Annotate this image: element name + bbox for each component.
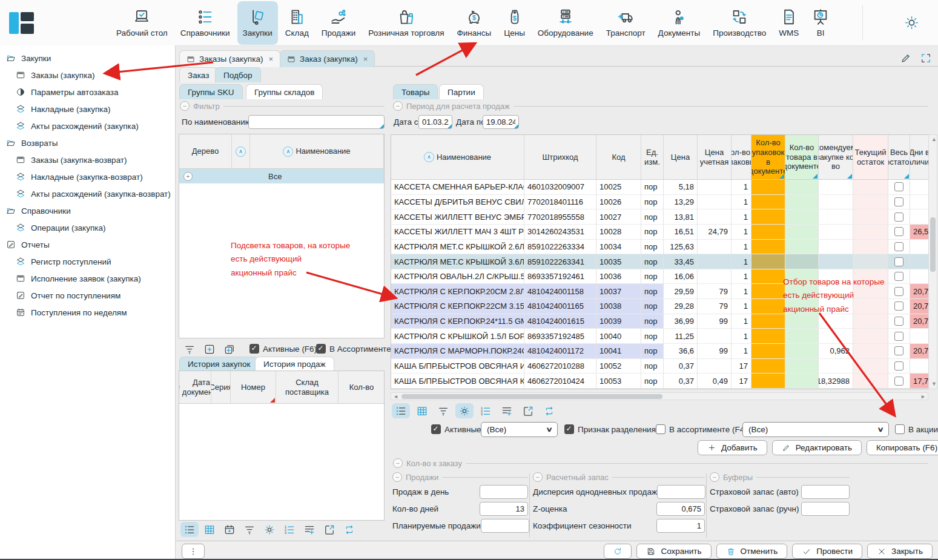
sidebar-item[interactable]: Закупки <box>0 50 175 67</box>
cancel-button[interactable]: Отменить <box>716 544 788 559</box>
column-header[interactable]: Текущий остаток <box>853 135 888 180</box>
gear-icon-button[interactable] <box>455 403 474 418</box>
product-row[interactable]: КАССЕТЫ Д/БРИТЬЯ ВЕНУС СВИЛ СП7702018401… <box>391 195 929 210</box>
field-input[interactable] <box>481 519 529 533</box>
field-input[interactable] <box>801 485 850 499</box>
module-item[interactable]: $Финансы <box>452 1 497 45</box>
sidebar-item[interactable]: Отчет по поступлениям <box>0 287 175 304</box>
fullscreen-icon[interactable] <box>920 52 932 64</box>
loop-icon-button[interactable] <box>540 403 558 418</box>
active-filter-select[interactable]: (Все) ∨ <box>481 422 558 437</box>
export-icon-button[interactable] <box>519 403 537 418</box>
column-header[interactable]: Номер <box>231 371 276 404</box>
listview-icon-button[interactable] <box>392 403 410 418</box>
column-header[interactable]: Кол-во <box>339 371 385 404</box>
row-checkbox[interactable] <box>894 332 903 341</box>
save-button[interactable]: Сохранить <box>636 544 711 559</box>
column-header[interactable]: Весь остаток <box>888 135 910 180</box>
module-item[interactable]: Транспорт <box>601 1 651 45</box>
row-checkbox[interactable] <box>894 346 903 355</box>
sort-desc-icon[interactable]: ∨ <box>179 382 180 392</box>
active-f6-checkbox[interactable]: Активные (F6) <box>249 344 317 354</box>
tab-items[interactable]: Товары <box>393 84 438 99</box>
row-checkbox[interactable] <box>894 227 903 236</box>
column-header[interactable]: Рекомендуемое к закупке кол-во <box>819 135 853 180</box>
sidebar-item[interactable]: Заказы (закупка-возврат) <box>0 151 175 168</box>
post-button[interactable]: Провести <box>792 544 862 559</box>
product-row[interactable]: КАСТРЮЛЯ С КЕР.ПОКР.24*11.5 GM-481042400… <box>391 314 929 329</box>
export-icon-button[interactable] <box>320 522 339 537</box>
product-row[interactable]: КАША Б/ПР.БЫСТРОВ ОВСЯНАЯ ИЗЮ46062720102… <box>391 359 929 374</box>
module-item[interactable]: WMS <box>773 1 804 45</box>
row-checkbox[interactable] <box>894 361 903 371</box>
numlist-icon-button[interactable]: 123 <box>280 522 299 537</box>
sort-asc-icon[interactable]: ∧ <box>424 152 434 162</box>
gear-icon-button[interactable] <box>260 522 279 537</box>
addlist-icon-button[interactable] <box>498 403 516 418</box>
calendar-icon-button[interactable] <box>220 522 239 537</box>
funnel-icon-button[interactable] <box>434 403 452 418</box>
sidebar-item[interactable]: Накладные (закупка) <box>0 100 175 117</box>
document-tab[interactable]: Заказы (закупка)× <box>179 50 280 67</box>
sidebar-item[interactable]: Регистр поступлений <box>0 253 175 270</box>
tab-warehouse-groups[interactable]: Группы складов <box>246 84 323 99</box>
row-checkbox[interactable] <box>894 377 903 386</box>
close-icon[interactable]: × <box>363 54 368 64</box>
funnel-icon-button[interactable] <box>180 341 199 357</box>
sidebar-item[interactable]: Поступления по неделям <box>0 304 175 321</box>
module-item[interactable]: Розничная торговля <box>363 1 449 45</box>
column-header[interactable]: Кол-во товара в документе <box>785 135 819 180</box>
sidebar-item[interactable]: Справочники <box>0 202 175 219</box>
column-header[interactable]: Код <box>596 135 641 180</box>
product-row[interactable]: КАССЕТЫ ЖИЛЛЕТТ МАЧ 3 4ШТ РП301426024353… <box>391 225 929 240</box>
module-item[interactable]: BI <box>806 1 835 45</box>
column-header[interactable]: Ед. изм. <box>641 135 664 180</box>
product-row[interactable]: КАСТРЮЛЯ С МАРМОРН.ПОКР.24СМ481042400117… <box>391 344 929 359</box>
tab-sku-groups[interactable]: Группы SKU <box>179 84 243 99</box>
field-input[interactable] <box>657 485 705 499</box>
sort-asc-icon[interactable]: ∧ <box>236 147 246 157</box>
sidebar-item[interactable]: Параметры автозаказа <box>0 84 175 100</box>
name-filter-input[interactable] <box>248 115 385 129</box>
split-flag-checkbox[interactable]: Признак разделения <box>564 424 656 434</box>
product-row[interactable]: КАСТРЮЛЯ МЕТ.С КРЫШКОЙ 2.6Л Ч85910222633… <box>391 240 929 255</box>
column-header[interactable]: Кол-во в упаковке <box>732 135 751 180</box>
column-header[interactable]: ∨Дата документа <box>179 371 211 404</box>
date-to-input[interactable] <box>483 115 519 129</box>
row-checkbox[interactable] <box>894 257 903 266</box>
column-header[interactable]: ∧Наименование <box>250 134 384 169</box>
product-row[interactable]: КАША Б/ПР.БЫСТРОВ ОВСЯНАЯ КЛУ46062720104… <box>391 374 929 389</box>
module-item[interactable]: Документы <box>653 1 706 45</box>
collapse-icon[interactable]: − <box>533 472 543 482</box>
module-item[interactable]: Склад <box>280 1 314 45</box>
tab-sales-history[interactable]: История продаж <box>255 357 334 371</box>
module-item[interactable]: Оборудование <box>532 1 599 45</box>
plus-box-icon-button[interactable] <box>200 341 219 357</box>
module-item[interactable]: Закупки <box>237 1 278 45</box>
vertical-scrollbar[interactable]: ▲ ▼ <box>928 134 937 389</box>
copy-button[interactable]: Копировать (F6) <box>867 440 938 455</box>
edit-button[interactable]: Редактировать <box>772 440 862 455</box>
column-header[interactable]: Кол-во упаковок в документе <box>751 135 785 180</box>
refresh-button[interactable] <box>604 544 632 559</box>
sku-tree-root-row[interactable]: +Все <box>179 169 384 183</box>
field-input[interactable] <box>480 485 528 499</box>
addlist-icon-button[interactable] <box>300 522 319 537</box>
assortment-f4-checkbox[interactable]: В ассортименте (F4) <box>656 424 747 434</box>
column-header[interactable]: Склад поставщика <box>276 371 339 404</box>
product-row[interactable]: КАСТРЮЛЯ С КРЫШКОЙ 1.5Л БОРК.86933571924… <box>391 329 929 344</box>
edit-pencil-icon[interactable] <box>900 52 912 64</box>
module-item[interactable]: Производство <box>707 1 771 45</box>
sort-asc-icon[interactable]: ∧ <box>283 147 293 157</box>
grid-icon-button[interactable] <box>413 403 431 418</box>
column-header[interactable]: Дерево <box>179 134 232 169</box>
tab-lots[interactable]: Партии <box>439 84 484 99</box>
collapse-icon[interactable]: − <box>180 101 190 111</box>
listview-icon-button[interactable] <box>180 522 199 537</box>
sidebar-item[interactable]: Отчеты <box>0 236 175 253</box>
row-checkbox[interactable] <box>894 317 903 326</box>
date-from-input[interactable] <box>418 115 452 129</box>
tab-purchase-history[interactable]: История закупок <box>179 357 259 371</box>
assortment-filter-select[interactable]: (Все) ∨ <box>742 422 889 437</box>
sidebar-item[interactable]: Операции (закупка) <box>0 219 175 236</box>
